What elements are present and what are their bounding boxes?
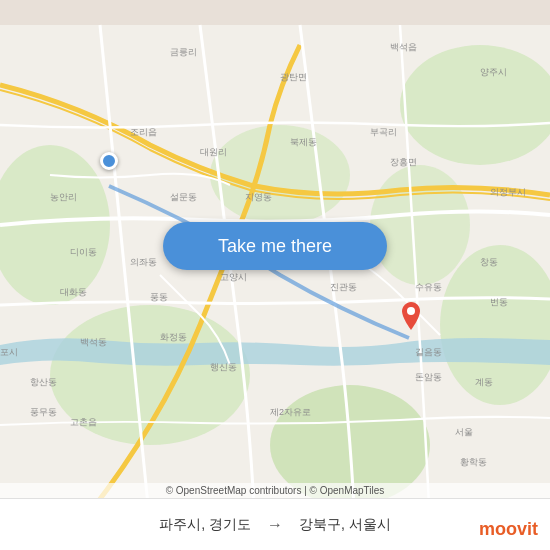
map-attribution: © OpenStreetMap contributors | © OpenMap… [0,483,550,498]
svg-text:길음동: 길음동 [415,347,442,357]
route-destination-label: 강북구, 서울시 [299,516,391,534]
svg-text:조리읍: 조리읍 [130,127,157,137]
svg-text:의좌동: 의좌동 [130,257,157,267]
map-container: 금릉리 광탄면 백석읍 양주시 조리읍 대원리 북제동 부곡리 장흥면 의정부시… [0,0,550,550]
svg-text:농안리: 농안리 [50,192,77,202]
svg-text:행신동: 행신동 [210,362,237,372]
svg-text:항산동: 항산동 [30,377,57,387]
svg-text:제2자유로: 제2자유로 [270,407,311,417]
svg-text:대화동: 대화동 [60,287,87,297]
svg-text:돈암동: 돈암동 [415,372,442,382]
route-arrow-icon: → [267,516,283,534]
svg-text:설문동: 설문동 [170,192,197,202]
svg-text:지영동: 지영동 [245,192,272,202]
svg-text:진관동: 진관동 [330,282,357,292]
svg-point-7 [370,165,470,285]
take-me-there-button[interactable]: Take me there [163,222,387,270]
route-footer: 파주시, 경기도 → 강북구, 서울시 moovit [0,498,550,550]
svg-text:번동: 번동 [490,297,508,307]
svg-text:백석읍: 백석읍 [390,42,417,52]
svg-text:북제동: 북제동 [290,137,317,147]
svg-text:계동: 계동 [475,377,493,387]
svg-text:창동: 창동 [480,257,498,267]
svg-text:백석동: 백석동 [80,337,107,347]
svg-text:광탄면: 광탄면 [280,72,307,82]
svg-point-6 [210,125,350,225]
svg-text:대원리: 대원리 [200,147,227,157]
svg-text:고양시: 고양시 [220,272,247,282]
svg-text:고촌읍: 고촌읍 [70,417,97,427]
svg-text:수유동: 수유동 [415,282,442,292]
svg-text:양주시: 양주시 [480,67,507,77]
svg-text:부곡리: 부곡리 [370,127,397,137]
svg-text:황학동: 황학동 [460,457,487,467]
svg-text:화정동: 화정동 [160,332,187,342]
destination-marker [400,302,422,330]
origin-marker [100,152,118,170]
svg-text:풍무동: 풍무동 [30,407,57,417]
route-origin-label: 파주시, 경기도 [159,516,251,534]
svg-text:포시: 포시 [0,347,18,357]
svg-text:풍동: 풍동 [150,292,168,302]
svg-text:금릉리: 금릉리 [170,47,197,57]
moovit-logo: moovit [479,519,538,540]
svg-text:디이동: 디이동 [70,247,97,257]
svg-text:의정부시: 의정부시 [490,187,526,197]
svg-point-43 [407,307,415,315]
svg-text:서울: 서울 [455,427,473,437]
svg-text:장흥면: 장흥면 [390,157,417,167]
map-background: 금릉리 광탄면 백석읍 양주시 조리읍 대원리 북제동 부곡리 장흥면 의정부시… [0,0,550,550]
